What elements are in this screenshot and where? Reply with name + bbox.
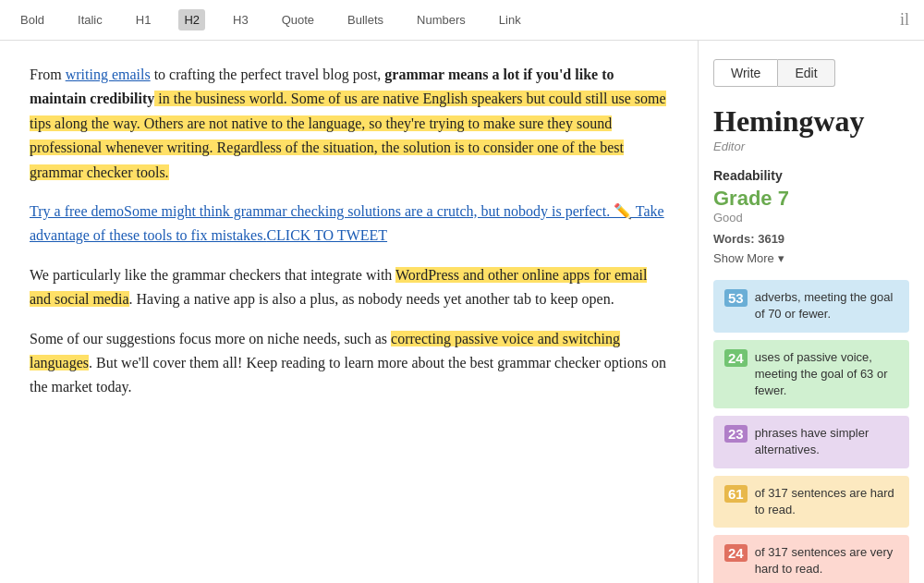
paragraph-3: We particularly like the grammar checker… [30,263,668,312]
italic-button[interactable]: Italic [72,9,108,30]
toolbar: Bold Italic H1 H2 H3 Quote Bullets Numbe… [0,0,924,41]
show-more-button[interactable]: Show More ▾ [713,251,784,265]
write-edit-toggle: Write Edit [713,59,909,87]
writing-emails-link[interactable]: writing emails [66,67,151,82]
stat-num-2: 23 [724,425,748,443]
app-title: Hemingway [713,105,909,138]
h3-button[interactable]: H3 [227,9,254,30]
stat-card-0: 53adverbs, meeting the goal of 70 or few… [713,280,909,332]
stat-text-2: phrases have simpler alternatives. [755,425,898,458]
edit-button[interactable]: Edit [778,59,834,87]
stat-card-1: 24uses of passive voice, meeting the goa… [713,340,909,409]
stat-card-3: 61of 317 sentences are hard to read. [713,476,909,528]
para3-end: . Having a native app is also a plus, as… [129,291,614,307]
grade-desc: Good [713,211,909,225]
paragraph-4: Some of our suggestions focus more on ni… [30,327,668,400]
words-line: Words: 3619 [713,232,909,246]
show-more-label: Show More [713,251,774,265]
h1-button[interactable]: H1 [130,9,157,30]
h2-button[interactable]: H2 [178,9,205,30]
paragraph-2: Try a free demoSome might think grammar … [30,200,668,249]
words-label: Words: [713,232,755,246]
readability-label: Readability [713,168,909,183]
stat-card-2: 23phrases have simpler alternatives. [713,416,909,468]
bold-button[interactable]: Bold [15,9,50,30]
bullets-button[interactable]: Bullets [342,9,389,30]
link-button[interactable]: Link [493,9,527,30]
main-area: From writing emails to crafting the perf… [0,41,924,583]
stat-num-3: 61 [724,485,748,503]
para2-link[interactable]: Try a free demoSome might think grammar … [30,203,664,243]
toolbar-icon: il [900,10,909,30]
words-value: 3619 [758,232,784,246]
stat-num-4: 24 [724,544,748,562]
editor-area[interactable]: From writing emails to crafting the perf… [0,41,698,583]
para4-end: . But we'll cover them all! Keep reading… [30,355,666,395]
para3-start: We particularly like the grammar checker… [30,267,395,283]
numbers-button[interactable]: Numbers [411,9,471,30]
write-button[interactable]: Write [713,59,778,87]
stat-num-1: 24 [724,349,748,367]
stat-text-4: of 317 sentences are very hard to read. [755,544,898,577]
stat-text-1: uses of passive voice, meeting the goal … [755,349,898,400]
chevron-down-icon: ▾ [778,251,784,265]
paragraph-1: From writing emails to crafting the perf… [30,63,668,185]
stat-card-4: 24of 317 sentences are very hard to read… [713,535,909,583]
quote-button[interactable]: Quote [276,9,320,30]
stat-num-0: 53 [724,289,748,307]
stat-text-3: of 317 sentences are hard to read. [755,485,898,518]
stat-cards: 53adverbs, meeting the goal of 70 or few… [713,280,909,583]
para4-start: Some of our suggestions focus more on ni… [30,331,391,346]
grade-value: Grade 7 [713,187,909,211]
app-subtitle: Editor [713,140,909,153]
sidebar: Write Edit Hemingway Editor Readability … [698,41,924,583]
stat-text-0: adverbs, meeting the goal of 70 or fewer… [755,289,898,322]
para1-start: From [30,67,66,82]
para1-after-link: to crafting the perfect travel blog post… [151,67,385,82]
